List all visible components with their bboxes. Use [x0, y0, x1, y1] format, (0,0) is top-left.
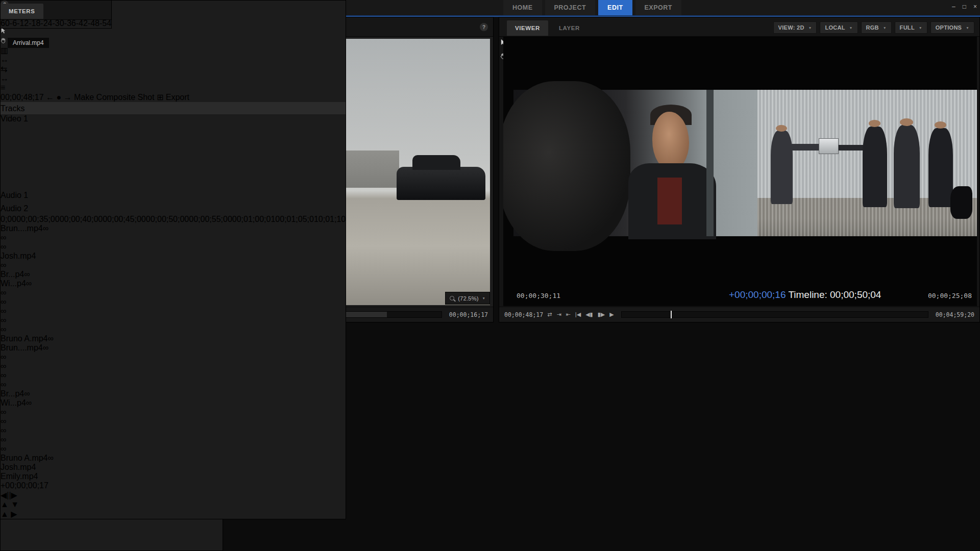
- nav-tab-project[interactable]: PROJECT: [545, 0, 596, 15]
- timeline-vertical-scrollbar[interactable]: ▲ ▼: [1, 500, 346, 509]
- clip-header: Brun....mp4∞: [1, 224, 63, 233]
- viewer-video-preview[interactable]: 00;00;30;11 +00;00;00;16 Timeline: 00;00…: [503, 37, 977, 306]
- audio-clip[interactable]: Emily.mp4: [1, 472, 40, 481]
- audio-clip[interactable]: ∞: [1, 380, 23, 389]
- clip-header: ∞: [1, 261, 29, 270]
- viewer-playhead[interactable]: [671, 311, 672, 318]
- video-clip[interactable]: ∞: [1, 242, 31, 252]
- nav-tab-home[interactable]: HOME: [503, 0, 542, 15]
- audio-clip[interactable]: ∞: [1, 435, 24, 444]
- play-icon[interactable]: ▶: [609, 312, 614, 317]
- clip-label: Wi...p4: [1, 398, 26, 407]
- viewer-scrubber[interactable]: [621, 311, 928, 318]
- timeline-panel: EDITORINTRO TITLE CARD ▥ ↔ ⇆ ↔ ≡ 00;00;4…: [0, 0, 346, 519]
- trimmer-duration-timecode: 00;00;16;17: [449, 311, 488, 318]
- slip-tool-icon[interactable]: ↔: [1, 74, 346, 83]
- zoom-step-icon[interactable]: ▶: [11, 510, 17, 518]
- video-clip[interactable]: Wi...p4∞: [1, 279, 44, 288]
- viewer-control-full[interactable]: FULL: [895, 21, 927, 34]
- step-back-icon[interactable]: ◀▮: [585, 312, 593, 317]
- viewer-in-timecode: 00;00;30;11: [517, 292, 560, 299]
- trimmer-zoom-control[interactable]: (72.5%): [445, 292, 490, 305]
- control-label: FULL: [900, 24, 915, 31]
- ripple-edit-tool-icon[interactable]: ↔: [1, 55, 346, 64]
- meter-scale-label: -30: [52, 19, 64, 28]
- video-clip[interactable]: ∞: [1, 261, 29, 270]
- audio-clip[interactable]: Wi...p4∞: [1, 398, 44, 408]
- clip-label: Br...p4: [1, 270, 24, 279]
- set-in-point-icon[interactable]: ⇤: [566, 312, 571, 317]
- audio-clip[interactable]: ∞: [1, 362, 34, 371]
- hand-tool-icon[interactable]: [1, 36, 346, 45]
- viewer-transport-bar: 00;00;48;17 ⇄⇥⇤|◀◀▮▮▶▶ 00;04;59;20: [499, 307, 979, 322]
- rate-stretch-tool-icon[interactable]: ≡: [1, 83, 346, 92]
- minimize-icon[interactable]: –: [952, 3, 955, 10]
- scene-bag: [950, 186, 972, 218]
- audio1-lane[interactable]: Brun....mp4∞∞∞∞∞Br...p4∞Wi...p4∞∞∞∞∞∞Bru…: [1, 343, 346, 463]
- video-clip[interactable]: Br...p4∞: [1, 270, 39, 279]
- clip-label: Bruno A.mp4: [1, 334, 48, 343]
- previous-frame-icon[interactable]: |◀: [575, 312, 581, 317]
- nav-tab-export[interactable]: EXPORT: [635, 0, 681, 15]
- video-clip[interactable]: ∞: [1, 316, 24, 325]
- marker-icon[interactable]: ●: [56, 93, 61, 102]
- audio-clip[interactable]: ∞: [1, 426, 32, 435]
- track-name: Video 1: [1, 114, 28, 123]
- video1-lane[interactable]: Brun....mp4∞∞∞Josh.mp4∞Br...p4∞Wi...p4∞∞…: [1, 224, 346, 343]
- export-button[interactable]: ⊞ Export: [157, 93, 189, 102]
- tab-layer[interactable]: LAYER: [551, 20, 588, 36]
- audio-clip[interactable]: ∞: [1, 371, 27, 380]
- clip-header: ∞: [1, 307, 32, 316]
- timeline-ruler[interactable]: 0;0000;00;35;0000;00;40;0000;00;45;0000;…: [1, 215, 346, 224]
- viewer-control-local[interactable]: LOCAL: [820, 21, 857, 34]
- nav-tab-edit[interactable]: EDIT: [598, 0, 632, 15]
- tab-meters[interactable]: METERS: [1, 4, 43, 19]
- audio-clip[interactable]: ∞: [1, 417, 29, 426]
- slice-tool-icon[interactable]: ▥: [1, 45, 346, 55]
- viewer-control-options[interactable]: OPTIONS: [930, 21, 974, 34]
- video-clip[interactable]: Josh.mp4: [1, 252, 39, 261]
- step-forward-icon[interactable]: ▮▶: [598, 312, 605, 317]
- trimmer-help-icon[interactable]: [480, 23, 488, 31]
- audio-clip[interactable]: Br...p4∞: [1, 389, 39, 398]
- rolling-edit-tool-icon[interactable]: ⇆: [1, 64, 346, 74]
- video-clip[interactable]: Brun....mp4∞: [1, 224, 63, 233]
- tab-viewer[interactable]: VIEWER: [507, 20, 548, 36]
- link-icon: ∞: [24, 389, 30, 398]
- previous-edit-icon[interactable]: ←: [46, 93, 54, 102]
- audio-clip[interactable]: Josh.mp4: [1, 463, 36, 472]
- ruler-label: 00;01;05;01: [275, 215, 318, 223]
- next-edit-icon[interactable]: →: [64, 93, 72, 102]
- loop-icon[interactable]: ⇄: [547, 312, 552, 317]
- video-clip[interactable]: ∞: [1, 325, 17, 334]
- audio-clip[interactable]: ∞: [1, 444, 17, 454]
- audio-clip[interactable]: ∞: [1, 408, 27, 417]
- audio-clip[interactable]: Brun....mp4∞: [1, 343, 63, 353]
- track-header-audio2[interactable]: Audio 2: [1, 202, 346, 215]
- export-frame-icon[interactable]: ⇥: [556, 312, 561, 317]
- audio-clip[interactable]: Bruno A.mp4∞: [1, 454, 75, 463]
- video-clip[interactable]: ∞: [1, 233, 22, 242]
- maximize-icon[interactable]: □: [963, 3, 966, 10]
- audio-clip[interactable]: ∞: [1, 353, 22, 362]
- track-header-video1[interactable]: Video 1: [1, 114, 346, 188]
- close-icon[interactable]: ×: [973, 3, 977, 10]
- track-header-audio1[interactable]: Audio 1: [1, 188, 346, 202]
- video-clip[interactable]: ∞: [1, 288, 27, 297]
- video-clip[interactable]: Bruno A.mp4∞: [1, 334, 75, 343]
- video-clip[interactable]: ∞: [1, 307, 32, 316]
- audio2-lane[interactable]: Josh.mp4Emily.mp4: [1, 463, 346, 481]
- viewer-delta-timecode: +00;00;00;16: [729, 289, 786, 300]
- viewer-control-view-2d[interactable]: VIEW: 2D: [773, 21, 817, 34]
- video-clip[interactable]: ∞: [1, 297, 29, 307]
- scroll-down-icon[interactable]: ▼: [11, 500, 19, 509]
- viewer-control-rgb[interactable]: RGB: [861, 21, 892, 34]
- link-icon: ∞: [43, 224, 48, 233]
- make-composite-shot-button[interactable]: Make Composite Shot: [74, 93, 157, 102]
- viewer-out-timecode: 00;00;25;08: [928, 292, 972, 299]
- scroll-up-icon[interactable]: ▲: [1, 500, 9, 509]
- viewer-transport-buttons: ⇄⇥⇤|◀◀▮▮▶▶: [547, 312, 614, 317]
- clip-header: Josh.mp4: [1, 252, 39, 261]
- scene-arm: [791, 144, 819, 151]
- zoom-slider-thumb[interactable]: ▲: [1, 510, 9, 518]
